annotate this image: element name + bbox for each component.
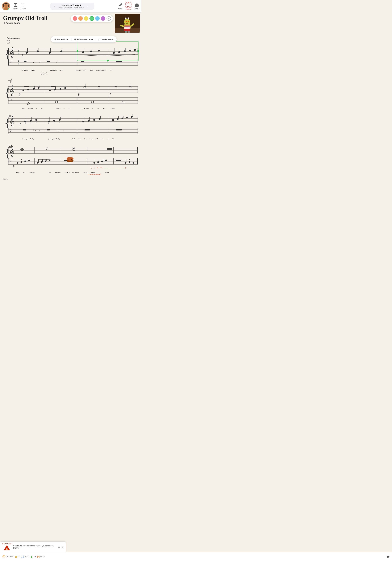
prev-page-button[interactable]: ‹ — [54, 4, 56, 8]
svg-point-228 — [117, 118, 119, 120]
system-3-staff: { 𝄞 — [3, 112, 138, 138]
svg-point-104 — [134, 49, 136, 51]
svg-point-287 — [49, 160, 50, 161]
svg-text:𝄢: 𝄢 — [9, 98, 12, 103]
svg-text:15: 15 — [97, 167, 98, 169]
svg-text:4: 4 — [18, 62, 19, 66]
svg-point-151 — [64, 87, 66, 89]
next-page-button[interactable]: › — [87, 4, 89, 8]
svg-point-197 — [35, 119, 37, 121]
focus-mode-button[interactable]: ⊙ Focus Mode — [53, 37, 70, 42]
svg-point-215 — [59, 130, 59, 131]
focus-toolbar: ⊙ Focus Mode ⊞ Add another area □ Create… — [51, 36, 117, 43]
notes-button[interactable]: Notes — [13, 3, 18, 9]
draw-button[interactable]: Draw — [118, 3, 122, 9]
color-add-button[interactable]: + — [107, 16, 111, 21]
svg-text:♩: ♩ — [33, 129, 34, 132]
svg-text:p: p — [78, 92, 80, 96]
book-subtitle: Piano Adventures Lesson Book 1 — [59, 7, 84, 9]
color-palette: + — [71, 15, 113, 22]
select-button[interactable]: Select — [126, 2, 131, 10]
svg-rect-200 — [23, 129, 26, 130]
svg-text:♪: ♪ — [63, 129, 64, 132]
add-area-icon: ⊞ — [74, 38, 76, 41]
system-2: 5 21 { — [3, 78, 138, 109]
svg-point-298 — [105, 160, 107, 161]
book-title-area: No Moon Tonight Piano Adventures Lesson … — [59, 4, 84, 9]
svg-point-100 — [124, 50, 126, 52]
svg-point-307 — [132, 162, 134, 164]
lyrics-line-4: nap! Not sleep-y! Not sleep-y! YAWN! (1-… — [16, 171, 138, 173]
color-blue[interactable] — [95, 16, 100, 21]
svg-rect-3 — [3, 5, 4, 7]
svg-point-210 — [59, 119, 61, 121]
svg-text:f: f — [110, 92, 111, 96]
add-area-button[interactable]: ⊞ Add another area — [73, 37, 94, 42]
svg-point-300 — [106, 159, 106, 160]
svg-point-96 — [113, 52, 115, 54]
color-yellow[interactable] — [84, 16, 88, 21]
library-button[interactable]: Library — [21, 3, 26, 9]
svg-point-230 — [121, 118, 123, 119]
svg-rect-85 — [47, 61, 50, 62]
svg-point-219 — [88, 120, 90, 121]
svg-point-134 — [27, 89, 29, 90]
nav-left: Notes Library — [2, 2, 26, 10]
svg-rect-236 — [116, 129, 121, 130]
svg-rect-17 — [127, 3, 130, 6]
svg-text:𝄢: 𝄢 — [9, 129, 12, 134]
svg-point-82 — [50, 52, 51, 53]
svg-point-317 — [66, 157, 74, 161]
color-orange[interactable] — [78, 16, 83, 21]
focus-icon: ⊙ — [54, 38, 56, 41]
svg-text:♪: ♪ — [39, 129, 40, 132]
system-2-staff: { — [3, 82, 138, 107]
svg-text:𝄞: 𝄞 — [9, 47, 14, 58]
lyrics-line-2: hat! Where is it? Where is it? f Where i… — [22, 108, 138, 109]
svg-point-232 — [126, 117, 128, 119]
svg-point-291 — [93, 162, 95, 164]
online-indicator — [8, 8, 10, 10]
svg-text:♩: ♩ — [56, 129, 57, 132]
sep2 — [96, 38, 96, 41]
svg-point-2 — [4, 7, 8, 10]
svg-point-304 — [129, 161, 130, 163]
svg-text:𝄞: 𝄞 — [9, 146, 14, 157]
create-note-button[interactable]: □ Create a note — [97, 37, 114, 42]
system-4: 13 { — [3, 143, 138, 175]
color-pink[interactable] — [73, 16, 77, 21]
svg-point-204 — [48, 121, 50, 122]
svg-rect-301 — [116, 160, 121, 161]
svg-point-198 — [36, 122, 36, 122]
svg-text:𝄢: 𝄢 — [9, 60, 12, 65]
svg-point-208 — [54, 123, 54, 123]
svg-text:f: f — [20, 123, 21, 126]
svg-rect-95 — [81, 61, 84, 62]
toolkit-button[interactable]: Toolkit — [135, 3, 140, 9]
svg-text:2: 2 — [94, 167, 95, 169]
svg-point-137 — [33, 88, 35, 90]
svg-rect-36 — [125, 31, 127, 32]
lyrics-line-1: Grump-y troll, grump-y troll, grump-y ol… — [22, 69, 138, 71]
color-green[interactable] — [90, 16, 94, 21]
svg-text:𝄞: 𝄞 — [9, 116, 14, 126]
svg-point-234 — [131, 116, 133, 118]
svg-point-296 — [101, 161, 103, 162]
svg-point-93 — [98, 50, 100, 52]
svg-point-318 — [71, 159, 72, 160]
svg-rect-106 — [116, 61, 121, 62]
color-purple[interactable] — [101, 16, 105, 21]
svg-point-192 — [25, 123, 25, 124]
svg-point-89 — [82, 51, 84, 53]
svg-point-73 — [27, 52, 28, 53]
svg-rect-225 — [85, 129, 90, 130]
avatar[interactable] — [2, 2, 10, 10]
svg-point-80 — [49, 52, 50, 54]
svg-point-293 — [97, 161, 99, 163]
svg-text:4: 4 — [18, 52, 19, 56]
nav-right: Draw Select Toolkit — [118, 2, 140, 10]
svg-point-139 — [38, 87, 40, 89]
svg-point-87 — [59, 62, 59, 63]
pie-image — [66, 155, 75, 163]
svg-text:𝄢: 𝄢 — [9, 159, 12, 164]
